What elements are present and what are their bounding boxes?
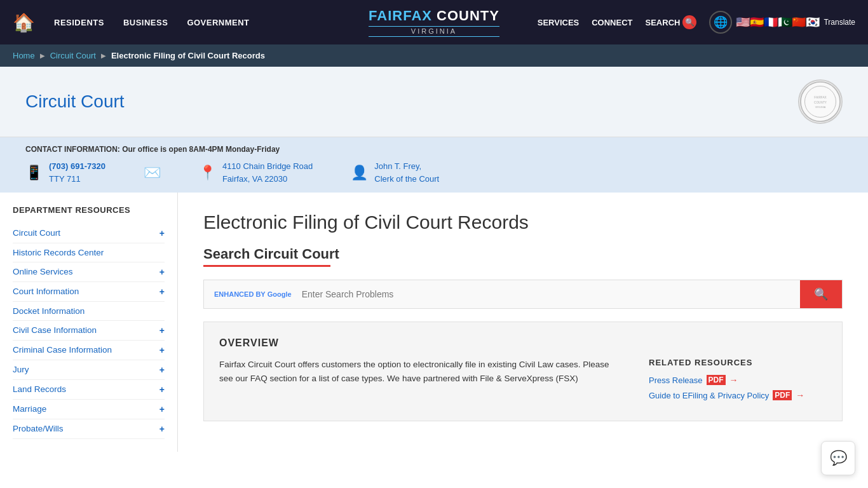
breadcrumb-sep-1: ▶ [40, 52, 45, 59]
google-label: Google [268, 290, 292, 298]
search-text: SEARCH [646, 18, 681, 27]
sidebar-link-circuit-court[interactable]: Circuit Court [13, 228, 60, 238]
arrow-icon-guide-efiling: → [796, 390, 804, 400]
contact-clerk: 👤 John T. Frey, Clerk of the Court [351, 160, 439, 185]
sidebar-item-court-information[interactable]: Court Information + [13, 282, 165, 302]
content-title: Electronic Filing of Civil Court Records [203, 212, 843, 233]
sidebar-link-historic-records[interactable]: Historic Records Center [13, 248, 104, 257]
sidebar-plus-probate-wills[interactable]: + [159, 424, 165, 434]
brand-logo: FAIRFAX COUNTY VIRGINIA [369, 8, 499, 37]
sidebar-plus-marriage[interactable]: + [159, 404, 165, 414]
contact-email: ✉️ [144, 165, 161, 181]
sidebar-item-civil-case[interactable]: Civil Case Information + [13, 321, 165, 341]
breadcrumb: Home ▶ Circuit Court ▶ Electronic Filing… [0, 44, 868, 67]
sidebar-link-marriage[interactable]: Marriage [13, 404, 46, 414]
breadcrumb-current: Electronic Filing of Civil Court Records [111, 51, 265, 60]
related-resources-header: RELATED RESOURCES [649, 358, 827, 367]
contact-label: CONTACT INFORMATION: Our office is open … [25, 145, 843, 154]
contact-address: 📍 4110 Chain Bridge Road Fairfax, VA 220… [199, 160, 313, 185]
nav-residents[interactable]: RESIDENTS [54, 18, 104, 27]
sidebar-link-docket-information[interactable]: Docket Information [13, 306, 85, 316]
sidebar-item-jury[interactable]: Jury + [13, 360, 165, 380]
sidebar-link-civil-case[interactable]: Civil Case Information [13, 325, 97, 335]
nav-government[interactable]: GOVERNMENT [187, 18, 249, 27]
overview-text: Fairfax Circuit Court offers customers t… [219, 358, 623, 405]
brand-county: COUNTY [437, 8, 499, 24]
contact-items: 📱 (703) 691-7320 TTY 711 ✉️ 📍 4110 Chain… [25, 160, 843, 185]
search-input[interactable] [292, 280, 800, 308]
contact-bar: CONTACT INFORMATION: Our office is open … [0, 137, 868, 193]
nav-business[interactable]: BUSINESS [123, 18, 168, 27]
related-resources: RELATED RESOURCES Press Release PDF → Gu… [649, 358, 827, 405]
sidebar-dept-title: DEPARTMENT RESOURCES [13, 205, 165, 216]
contact-phone: 📱 (703) 691-7320 TTY 711 [25, 160, 105, 185]
email-icon: ✉️ [144, 165, 161, 181]
svg-text:FAIRFAX: FAIRFAX [814, 96, 827, 99]
related-link-press-release[interactable]: Press Release PDF → [649, 375, 827, 385]
nav-search[interactable]: SEARCH 🔍 [646, 15, 697, 29]
sidebar-plus-civil-case[interactable]: + [159, 325, 165, 336]
nav-connect[interactable]: CONNECT [592, 18, 632, 27]
related-link-guide-efiling[interactable]: Guide to EFiling & Privacy Policy PDF → [649, 390, 827, 400]
sidebar-link-criminal-case[interactable]: Criminal Case Information [13, 345, 112, 355]
overview-section: OVERVIEW Fairfax Circuit Court offers cu… [203, 322, 843, 421]
page-header: Circuit Court FAIRFAX COUNTY VIRGINIA [0, 67, 868, 137]
top-navigation: 🏠 RESIDENTS BUSINESS GOVERNMENT FAIRFAX … [0, 0, 868, 44]
content-area: Electronic Filing of Civil Court Records… [178, 193, 868, 452]
address-line2: Fairfax, VA 22030 [222, 174, 287, 184]
sidebar-plus-jury[interactable]: + [159, 365, 165, 375]
chat-button[interactable]: 💬 [821, 441, 855, 452]
sidebar-plus-criminal-case[interactable]: + [159, 345, 165, 355]
sidebar-item-docket-information[interactable]: Docket Information [13, 302, 165, 321]
enhanced-label: ENHANCED BY Google [204, 280, 292, 308]
pdf-icon-press-release: PDF [707, 375, 726, 385]
sidebar: DEPARTMENT RESOURCES Circuit Court + His… [0, 193, 178, 452]
phone-icon: 📱 [25, 165, 43, 181]
translate-label[interactable]: Translate [824, 18, 855, 27]
location-icon: 📍 [199, 165, 216, 181]
pdf-icon-guide-efiling: PDF [773, 390, 792, 400]
search-icon: 🔍 [682, 15, 696, 29]
phone-number[interactable]: (703) 691-7320 [49, 161, 105, 171]
overview-header: OVERVIEW [219, 337, 827, 349]
brand-fairfax: FAIRFAX [369, 8, 432, 24]
home-icon[interactable]: 🏠 [13, 12, 35, 33]
sidebar-item-online-services[interactable]: Online Services + [13, 262, 165, 282]
sidebar-plus-online-services[interactable]: + [159, 267, 165, 277]
sidebar-plus-land-records[interactable]: + [159, 384, 165, 395]
language-flags: 🇺🇸🇪🇸🇫🇷🇵🇰🇨🇳🇰🇷 [736, 15, 820, 29]
county-seal: FAIRFAX COUNTY VIRGINIA [798, 79, 843, 124]
search-box: ENHANCED BY Google 🔍 [203, 280, 843, 309]
sidebar-link-probate-wills[interactable]: Probate/Wills [13, 424, 64, 433]
sidebar-item-historic-records[interactable]: Historic Records Center [13, 243, 165, 262]
overview-content: Fairfax Circuit Court offers customers t… [219, 358, 827, 405]
sidebar-item-marriage[interactable]: Marriage + [13, 400, 165, 419]
sidebar-item-criminal-case[interactable]: Criminal Case Information + [13, 341, 165, 360]
sidebar-item-land-records[interactable]: Land Records + [13, 380, 165, 400]
guide-efiling-label: Guide to EFiling & Privacy Policy [649, 391, 769, 400]
tty-text: TTY 711 [49, 174, 81, 184]
sidebar-link-online-services[interactable]: Online Services [13, 267, 73, 276]
sidebar-link-land-records[interactable]: Land Records [13, 384, 66, 394]
brand-name: FAIRFAX COUNTY [369, 8, 499, 24]
sidebar-item-probate-wills[interactable]: Probate/Wills + [13, 419, 165, 439]
section-underline [203, 265, 330, 267]
breadcrumb-home[interactable]: Home [13, 51, 35, 60]
breadcrumb-parent[interactable]: Circuit Court [50, 51, 96, 60]
search-section-title: Search Circuit Court [203, 246, 843, 262]
sidebar-link-court-information[interactable]: Court Information [13, 287, 79, 296]
search-button[interactable]: 🔍 [800, 280, 842, 308]
nav-services[interactable]: SERVICES [538, 18, 580, 27]
person-icon: 👤 [351, 165, 368, 181]
brand-virginia: VIRGINIA [369, 26, 499, 37]
sidebar-link-jury[interactable]: Jury [13, 365, 29, 374]
sidebar-item-circuit-court[interactable]: Circuit Court + [13, 224, 165, 243]
sidebar-plus-circuit-court[interactable]: + [159, 228, 165, 238]
clerk-title: Clerk of the Court [374, 174, 439, 184]
sidebar-plus-court-information[interactable]: + [159, 287, 165, 297]
page-title: Circuit Court [25, 92, 125, 112]
breadcrumb-sep-2: ▶ [101, 52, 106, 59]
globe-settings-icon[interactable]: 🌐 [709, 11, 732, 34]
main-content: DEPARTMENT RESOURCES Circuit Court + His… [0, 193, 868, 452]
clerk-name: John T. Frey, [374, 161, 421, 171]
